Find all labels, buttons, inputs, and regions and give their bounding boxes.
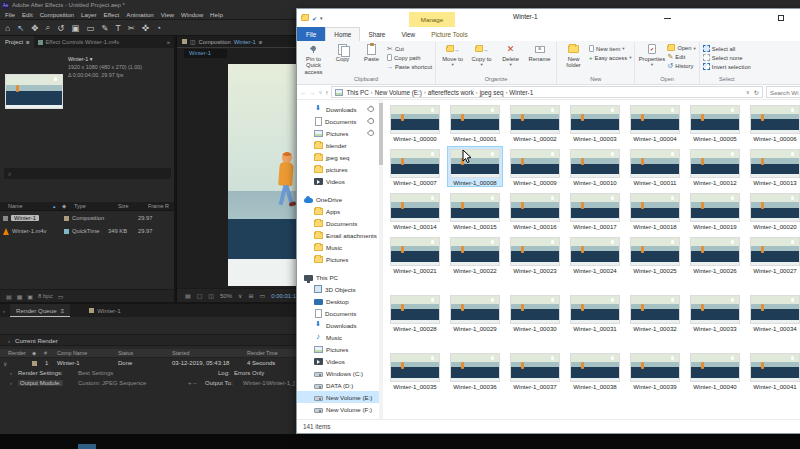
search-box[interactable]: [766, 86, 800, 98]
breadcrumb-separator-icon[interactable]: ›: [476, 89, 478, 95]
menu-item[interactable]: Effect: [104, 11, 120, 18]
file-item[interactable]: Winter-1_00038: [567, 350, 623, 391]
nav-item[interactable]: blender: [297, 139, 383, 151]
file-item[interactable]: Winter-1_00031: [567, 292, 623, 333]
tool-icon[interactable]: T: [115, 23, 120, 33]
tab-picture-tools[interactable]: Picture Tools: [423, 27, 475, 41]
file-item[interactable]: Winter-1_00011: [627, 146, 683, 187]
expand-chevron-icon[interactable]: ›: [10, 380, 12, 386]
file-item[interactable]: Winter-1_00006: [747, 102, 800, 143]
file-item[interactable]: Winter-1_00017: [567, 190, 623, 231]
easy-access-button[interactable]: Easy access: [589, 54, 631, 61]
comp-tab-name[interactable]: Winter-1: [234, 39, 256, 45]
file-item[interactable]: Winter-1_00036: [447, 350, 503, 391]
tab-scroll-left-icon[interactable]: ‹: [0, 307, 5, 314]
qat-properties-icon[interactable]: ✔: [312, 15, 317, 22]
select-all-button[interactable]: Select all: [703, 45, 751, 52]
back-button[interactable]: ←: [300, 89, 306, 96]
nav-item[interactable]: Videos: [297, 175, 383, 187]
file-item[interactable]: Winter-1_00023: [507, 234, 563, 275]
current-timecode[interactable]: 0:00:01:1: [271, 293, 296, 299]
tool-icon[interactable]: ↖: [17, 23, 24, 33]
new-comp-icon[interactable]: ▣: [27, 293, 33, 300]
move-to-button[interactable]: Move to: [439, 42, 466, 76]
file-item[interactable]: Winter-1_00007: [387, 146, 443, 187]
edit-button[interactable]: Edit: [667, 53, 695, 60]
file-item[interactable]: Winter-1_00002: [507, 102, 563, 143]
properties-button[interactable]: Properties: [638, 42, 665, 76]
file-item[interactable]: Winter-1_00020: [747, 190, 800, 231]
nav-item[interactable]: OneDrive: [297, 193, 383, 205]
qat-dropdown-icon[interactable]: ▾: [320, 15, 323, 21]
new-item-button[interactable]: New item: [589, 45, 631, 52]
tool-icon[interactable]: ✎: [101, 23, 108, 33]
file-item[interactable]: Winter-1_00035: [387, 350, 443, 391]
column-name[interactable]: Name: [0, 203, 52, 209]
tab-composition[interactable]: Composition: [198, 39, 230, 45]
minimize-button[interactable]: [649, 9, 685, 27]
file-item[interactable]: Winter-1_00003: [567, 102, 623, 143]
menu-item[interactable]: View: [161, 11, 174, 18]
nav-item[interactable]: Music: [297, 241, 383, 253]
tab-share[interactable]: Share: [360, 27, 393, 41]
file-item[interactable]: Winter-1_00004: [627, 102, 683, 143]
interpret-footage-icon[interactable]: ▤: [6, 293, 12, 300]
file-item[interactable]: Winter-1_00010: [567, 146, 623, 187]
menu-item[interactable]: Layer: [81, 11, 96, 18]
address-bar[interactable]: This PC›New Volume (E:)›aftereffects wor…: [331, 86, 763, 98]
open-button[interactable]: Open: [667, 45, 695, 51]
file-item[interactable]: Winter-1_00026: [687, 234, 743, 275]
file-item[interactable]: Winter-1_00005: [687, 102, 743, 143]
tab-render-queue[interactable]: Render Queue≡: [10, 304, 70, 317]
breadcrumb-separator-icon[interactable]: ›: [506, 89, 508, 95]
file-item[interactable]: Winter-1_00029: [447, 292, 503, 333]
nav-item[interactable]: Downloads: [297, 103, 383, 115]
file-item[interactable]: Winter-1_00024: [567, 234, 623, 275]
log-value[interactable]: Errors Only: [234, 370, 264, 376]
column-type[interactable]: Type: [74, 203, 118, 209]
nav-item[interactable]: Desktop: [297, 295, 383, 307]
column-frame-rate[interactable]: Frame R: [148, 203, 174, 209]
project-table-header[interactable]: Name ▲ ◆ Type Size Frame R: [0, 202, 174, 211]
invert-selection-button[interactable]: Invert selection: [703, 63, 751, 70]
copy-to-button[interactable]: Copy to: [468, 42, 495, 76]
magnification-icon[interactable]: ▢: [197, 292, 203, 299]
nav-item[interactable]: Apps: [297, 205, 383, 217]
comp-color-swatch[interactable]: [32, 361, 37, 366]
region-of-interest-icon[interactable]: ⊞: [248, 292, 253, 299]
panel-menu-icon[interactable]: ≡: [259, 39, 262, 45]
file-item[interactable]: Winter-1_00037: [507, 350, 563, 391]
breadcrumb-item[interactable]: Winter-1›: [509, 89, 533, 96]
add-remove-output-icon[interactable]: + −: [188, 380, 197, 386]
nav-item[interactable]: Videos: [297, 355, 383, 367]
tab-view[interactable]: View: [393, 27, 423, 41]
nav-item[interactable]: pictures: [297, 163, 383, 175]
file-item[interactable]: Winter-1_00014: [387, 190, 443, 231]
column-size[interactable]: Size: [118, 203, 148, 209]
up-button[interactable]: ↑: [325, 89, 328, 96]
nav-item[interactable]: jpeg seq: [297, 151, 383, 163]
tab-effect-controls[interactable]: Effect Controls Winter-1.m4v: [38, 39, 119, 45]
render-settings-value[interactable]: Best Settings: [78, 370, 113, 376]
render-settings-label[interactable]: Render Settings:: [18, 370, 63, 376]
menu-item[interactable]: Edit: [22, 11, 33, 18]
copy-path-button[interactable]: Copy path: [387, 54, 432, 61]
file-item[interactable]: Winter-1_00040: [687, 350, 743, 391]
tool-icon[interactable]: ⌕: [45, 22, 50, 33]
tool-icon[interactable]: ▭: [86, 23, 94, 33]
delete-button[interactable]: Delete: [497, 42, 524, 76]
breadcrumb-item[interactable]: aftereffects work›: [428, 89, 478, 96]
breadcrumb-separator-icon[interactable]: ›: [424, 89, 426, 95]
collapse-chevron-icon[interactable]: ∨: [3, 360, 7, 367]
delete-item-icon[interactable]: ▭: [58, 293, 64, 300]
tool-icon[interactable]: ✂: [128, 23, 135, 33]
nav-item[interactable]: Pictures: [297, 127, 383, 139]
menu-item[interactable]: Composition: [40, 11, 74, 18]
grid-options-icon[interactable]: ◫: [208, 292, 214, 299]
viewer-comp-tab[interactable]: Winter-1: [184, 49, 227, 58]
tab-project[interactable]: Project≡: [0, 36, 34, 48]
nav-item[interactable]: Music: [297, 331, 383, 343]
nav-item[interactable]: Documents: [297, 115, 383, 127]
file-item[interactable]: Winter-1_00021: [387, 234, 443, 275]
menu-item[interactable]: Help: [210, 11, 223, 18]
